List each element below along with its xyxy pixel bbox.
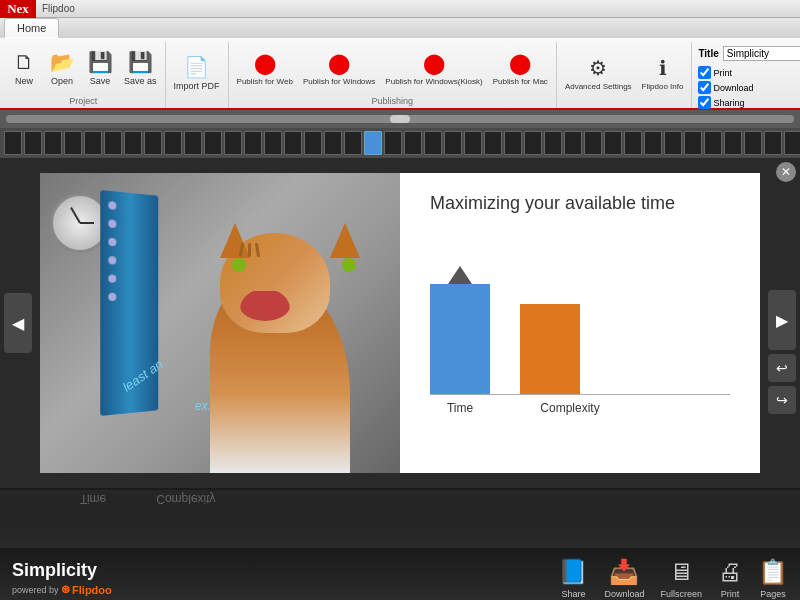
thumb-23[interactable] bbox=[444, 131, 462, 155]
thumb-28[interactable] bbox=[544, 131, 562, 155]
print-action[interactable]: 🖨 Print bbox=[718, 558, 742, 599]
app-title: Flipdoo bbox=[42, 3, 75, 14]
back-button[interactable]: ↪ bbox=[768, 386, 796, 414]
scroll-thumb[interactable] bbox=[390, 115, 410, 123]
scroll-track[interactable] bbox=[6, 115, 794, 123]
flipdoo-info-icon: ℹ bbox=[659, 56, 667, 80]
thumb-17[interactable] bbox=[324, 131, 342, 155]
thumb-5[interactable] bbox=[84, 131, 102, 155]
thumb-35[interactable] bbox=[684, 131, 702, 155]
publish-windows-button[interactable]: ⬤ Publish for Windows bbox=[299, 42, 379, 94]
title-label: Title bbox=[698, 48, 718, 59]
share-action[interactable]: 📘 Share bbox=[558, 558, 588, 599]
sharing-checkbox[interactable] bbox=[698, 96, 711, 109]
thumb-16[interactable] bbox=[304, 131, 322, 155]
thumb-39[interactable] bbox=[764, 131, 782, 155]
print-label: Print bbox=[713, 68, 732, 78]
thumb-1[interactable] bbox=[4, 131, 22, 155]
thumb-15[interactable] bbox=[284, 131, 302, 155]
thumbnails-bar bbox=[0, 128, 800, 158]
tab-home[interactable]: Home bbox=[4, 18, 59, 38]
thumb-9[interactable] bbox=[164, 131, 182, 155]
thumb-19[interactable] bbox=[364, 131, 382, 155]
complexity-bar-wrapper bbox=[520, 286, 580, 394]
new-button[interactable]: 🗋 New bbox=[6, 42, 42, 94]
fullscreen-action[interactable]: 🖥 Fullscreen bbox=[660, 558, 702, 599]
bottom-title: Simplicity bbox=[12, 560, 112, 581]
close-button[interactable]: ✕ bbox=[776, 162, 796, 182]
thumb-33[interactable] bbox=[644, 131, 662, 155]
thumb-27[interactable] bbox=[524, 131, 542, 155]
pages-action[interactable]: 📋 Pages bbox=[758, 558, 788, 599]
forward-icon: ↩ bbox=[776, 360, 788, 376]
thumb-25[interactable] bbox=[484, 131, 502, 155]
thumb-30[interactable] bbox=[584, 131, 602, 155]
save-as-button[interactable]: 💾 Save as bbox=[120, 42, 161, 94]
thumb-18[interactable] bbox=[344, 131, 362, 155]
print-checkbox[interactable] bbox=[698, 66, 711, 79]
thumb-22[interactable] bbox=[424, 131, 442, 155]
thumb-7[interactable] bbox=[124, 131, 142, 155]
thumb-21[interactable] bbox=[404, 131, 422, 155]
advanced-settings-button[interactable]: ⚙ Advanced Settings bbox=[561, 47, 636, 99]
thumb-20[interactable] bbox=[384, 131, 402, 155]
back-icon: ↪ bbox=[776, 392, 788, 408]
thumb-29[interactable] bbox=[564, 131, 582, 155]
thumb-6[interactable] bbox=[104, 131, 122, 155]
complexity-label: Complexity bbox=[540, 401, 600, 415]
ribbon-group-import: 📄 Import PDF bbox=[166, 42, 229, 108]
bottom-actions: 📘 Share 📥 Download 🖥 Fullscreen 🖨 Print … bbox=[558, 558, 788, 599]
download-checkbox[interactable] bbox=[698, 81, 711, 94]
thumb-34[interactable] bbox=[664, 131, 682, 155]
prev-page-button[interactable]: ◀ bbox=[4, 293, 32, 353]
thumb-2[interactable] bbox=[24, 131, 42, 155]
thumb-11[interactable] bbox=[204, 131, 222, 155]
save-button[interactable]: 💾 Save bbox=[82, 42, 118, 94]
thumb-13[interactable] bbox=[244, 131, 262, 155]
left-page: least an ex. bbox=[40, 173, 400, 473]
bottom-title-section: Simplicity powered by ⊛ Flipdoo bbox=[12, 560, 112, 596]
title-input[interactable] bbox=[723, 46, 800, 61]
open-button[interactable]: 📂 Open bbox=[44, 42, 80, 94]
publish-mac-button[interactable]: ⬤ Publish for Mac bbox=[489, 42, 552, 94]
thumb-3[interactable] bbox=[44, 131, 62, 155]
ribbon-group-publishing: ⬤ Publish for Web ⬤ Publish for Windows … bbox=[229, 42, 557, 108]
share-icon: 📘 bbox=[558, 558, 588, 586]
scroll-area[interactable] bbox=[0, 110, 800, 128]
publish-windows-icon: ⬤ bbox=[328, 51, 350, 75]
thumb-32[interactable] bbox=[624, 131, 642, 155]
title-field-group: Title Print Download Sharing bbox=[692, 42, 800, 108]
thumb-12[interactable] bbox=[224, 131, 242, 155]
publish-kiosk-button[interactable]: ⬤ Publish for Windows(Kiosk) bbox=[381, 42, 486, 94]
thumb-36[interactable] bbox=[704, 131, 722, 155]
thumb-31[interactable] bbox=[604, 131, 622, 155]
thumb-38[interactable] bbox=[744, 131, 762, 155]
thumb-26[interactable] bbox=[504, 131, 522, 155]
publish-web-icon: ⬤ bbox=[254, 51, 276, 75]
nex-logo: Nex bbox=[0, 0, 36, 18]
download-action[interactable]: 📥 Download bbox=[604, 558, 644, 599]
thumb-40[interactable] bbox=[784, 131, 800, 155]
publish-mac-icon: ⬤ bbox=[509, 51, 531, 75]
new-icon: 🗋 bbox=[14, 51, 34, 74]
thumb-10[interactable] bbox=[184, 131, 202, 155]
thumb-8[interactable] bbox=[144, 131, 162, 155]
forward-button[interactable]: ↩ bbox=[768, 354, 796, 382]
thumb-14[interactable] bbox=[264, 131, 282, 155]
complexity-bar-container bbox=[520, 286, 580, 394]
chart-bars bbox=[430, 234, 730, 394]
thumb-4[interactable] bbox=[64, 131, 82, 155]
next-arrow-icon: ▶ bbox=[776, 311, 788, 330]
advanced-settings-icon: ⚙ bbox=[589, 56, 607, 80]
time-bar-with-arrow bbox=[430, 266, 490, 394]
thumb-37[interactable] bbox=[724, 131, 742, 155]
flipdoo-info-button[interactable]: ℹ Flipdoo Info bbox=[638, 47, 688, 99]
import-pdf-button[interactable]: 📄 Import PDF bbox=[170, 47, 224, 99]
complexity-bar bbox=[520, 304, 580, 394]
thumb-24[interactable] bbox=[464, 131, 482, 155]
right-page: Maximizing your available time bbox=[400, 173, 760, 473]
download-icon: 📥 bbox=[609, 558, 639, 586]
publish-web-button[interactable]: ⬤ Publish for Web bbox=[233, 42, 297, 94]
ribbon-group-project: 🗋 New 📂 Open 💾 Save 💾 Save as Project bbox=[2, 42, 166, 108]
next-page-button[interactable]: ▶ bbox=[768, 290, 796, 350]
